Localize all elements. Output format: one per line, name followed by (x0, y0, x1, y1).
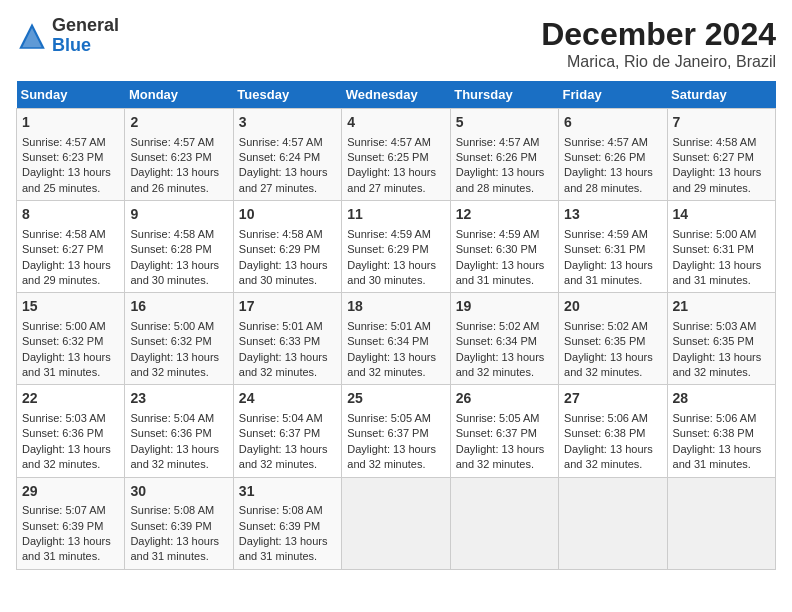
day-number: 6 (564, 113, 661, 133)
day-info-line: and 27 minutes. (347, 181, 444, 196)
day-info-line: Daylight: 13 hours (130, 258, 227, 273)
day-info-line: Sunset: 6:32 PM (22, 334, 119, 349)
calendar-day-cell: 22Sunrise: 5:03 AMSunset: 6:36 PMDayligh… (17, 385, 125, 477)
day-info-line: Sunset: 6:34 PM (456, 334, 553, 349)
day-number: 11 (347, 205, 444, 225)
day-info-line: Sunset: 6:37 PM (347, 426, 444, 441)
day-info-line: Daylight: 13 hours (130, 165, 227, 180)
day-info-line: and 32 minutes. (130, 457, 227, 472)
day-info-line: and 31 minutes. (673, 457, 770, 472)
day-info-line: Sunset: 6:32 PM (130, 334, 227, 349)
logo-icon (16, 20, 48, 52)
day-number: 10 (239, 205, 336, 225)
day-info-line: Daylight: 13 hours (673, 350, 770, 365)
day-info-line: Sunrise: 5:00 AM (673, 227, 770, 242)
day-number: 26 (456, 389, 553, 409)
day-info-line: Daylight: 13 hours (564, 165, 661, 180)
day-of-week-header: Saturday (667, 81, 775, 109)
calendar-day-cell: 27Sunrise: 5:06 AMSunset: 6:38 PMDayligh… (559, 385, 667, 477)
day-info-line: Daylight: 13 hours (347, 258, 444, 273)
day-info-line: and 32 minutes. (347, 365, 444, 380)
day-info-line: Sunset: 6:39 PM (130, 519, 227, 534)
day-info-line: Sunrise: 5:06 AM (564, 411, 661, 426)
calendar-day-cell: 18Sunrise: 5:01 AMSunset: 6:34 PMDayligh… (342, 293, 450, 385)
day-number: 21 (673, 297, 770, 317)
calendar-day-cell: 24Sunrise: 5:04 AMSunset: 6:37 PMDayligh… (233, 385, 341, 477)
day-info-line: and 31 minutes. (22, 549, 119, 564)
day-info-line: Daylight: 13 hours (22, 350, 119, 365)
calendar-day-cell: 6Sunrise: 4:57 AMSunset: 6:26 PMDaylight… (559, 109, 667, 201)
day-info-line: Sunset: 6:39 PM (239, 519, 336, 534)
day-info-line: Sunrise: 4:57 AM (564, 135, 661, 150)
day-info-line: Daylight: 13 hours (22, 534, 119, 549)
calendar-day-cell: 12Sunrise: 4:59 AMSunset: 6:30 PMDayligh… (450, 201, 558, 293)
calendar-table: SundayMondayTuesdayWednesdayThursdayFrid… (16, 81, 776, 570)
day-info-line: Daylight: 13 hours (347, 165, 444, 180)
day-info-line: Sunset: 6:26 PM (456, 150, 553, 165)
day-info-line: Daylight: 13 hours (456, 258, 553, 273)
day-info-line: Daylight: 13 hours (239, 258, 336, 273)
day-info-line: and 31 minutes. (673, 273, 770, 288)
day-number: 24 (239, 389, 336, 409)
calendar-day-cell (667, 477, 775, 569)
day-number: 1 (22, 113, 119, 133)
day-number: 20 (564, 297, 661, 317)
day-info-line: Daylight: 13 hours (456, 442, 553, 457)
day-info-line: and 32 minutes. (673, 365, 770, 380)
day-number: 31 (239, 482, 336, 502)
day-info-line: and 32 minutes. (564, 365, 661, 380)
day-info-line: Sunset: 6:37 PM (456, 426, 553, 441)
day-info-line: Sunrise: 4:58 AM (673, 135, 770, 150)
calendar-day-cell: 10Sunrise: 4:58 AMSunset: 6:29 PMDayligh… (233, 201, 341, 293)
day-number: 25 (347, 389, 444, 409)
day-info-line: Sunrise: 5:01 AM (239, 319, 336, 334)
day-info-line: Sunset: 6:38 PM (564, 426, 661, 441)
calendar-week-row: 1Sunrise: 4:57 AMSunset: 6:23 PMDaylight… (17, 109, 776, 201)
day-info-line: and 32 minutes. (456, 457, 553, 472)
day-number: 3 (239, 113, 336, 133)
day-info-line: and 32 minutes. (22, 457, 119, 472)
calendar-day-cell: 13Sunrise: 4:59 AMSunset: 6:31 PMDayligh… (559, 201, 667, 293)
day-info-line: Daylight: 13 hours (239, 350, 336, 365)
calendar-day-cell: 7Sunrise: 4:58 AMSunset: 6:27 PMDaylight… (667, 109, 775, 201)
day-info-line: Sunset: 6:33 PM (239, 334, 336, 349)
day-info-line: Sunrise: 5:06 AM (673, 411, 770, 426)
day-info-line: Sunset: 6:30 PM (456, 242, 553, 257)
day-info-line: and 32 minutes. (239, 457, 336, 472)
day-info-line: Daylight: 13 hours (456, 165, 553, 180)
day-info-line: and 28 minutes. (456, 181, 553, 196)
calendar-week-row: 29Sunrise: 5:07 AMSunset: 6:39 PMDayligh… (17, 477, 776, 569)
day-info-line: Daylight: 13 hours (239, 442, 336, 457)
calendar-day-cell: 16Sunrise: 5:00 AMSunset: 6:32 PMDayligh… (125, 293, 233, 385)
day-info-line: Sunset: 6:26 PM (564, 150, 661, 165)
day-info-line: Sunset: 6:35 PM (673, 334, 770, 349)
day-info-line: Sunset: 6:28 PM (130, 242, 227, 257)
day-info-line: Daylight: 13 hours (673, 165, 770, 180)
day-info-line: Daylight: 13 hours (347, 442, 444, 457)
calendar-day-cell (342, 477, 450, 569)
day-info-line: Sunrise: 5:03 AM (22, 411, 119, 426)
calendar-day-cell: 15Sunrise: 5:00 AMSunset: 6:32 PMDayligh… (17, 293, 125, 385)
day-info-line: and 30 minutes. (130, 273, 227, 288)
calendar-body: 1Sunrise: 4:57 AMSunset: 6:23 PMDaylight… (17, 109, 776, 570)
day-number: 19 (456, 297, 553, 317)
day-number: 28 (673, 389, 770, 409)
day-number: 17 (239, 297, 336, 317)
day-info-line: and 28 minutes. (564, 181, 661, 196)
day-number: 22 (22, 389, 119, 409)
day-number: 27 (564, 389, 661, 409)
calendar-day-cell: 14Sunrise: 5:00 AMSunset: 6:31 PMDayligh… (667, 201, 775, 293)
day-info-line: Daylight: 13 hours (130, 350, 227, 365)
day-info-line: Sunset: 6:31 PM (564, 242, 661, 257)
day-info-line: Sunrise: 5:03 AM (673, 319, 770, 334)
day-number: 13 (564, 205, 661, 225)
day-info-line: Sunset: 6:29 PM (347, 242, 444, 257)
day-info-line: Sunrise: 4:59 AM (564, 227, 661, 242)
day-info-line: Sunset: 6:24 PM (239, 150, 336, 165)
day-number: 12 (456, 205, 553, 225)
day-info-line: Sunrise: 4:57 AM (456, 135, 553, 150)
day-info-line: and 29 minutes. (673, 181, 770, 196)
day-info-line: Daylight: 13 hours (130, 442, 227, 457)
day-info-line: Sunrise: 5:00 AM (22, 319, 119, 334)
calendar-day-cell: 4Sunrise: 4:57 AMSunset: 6:25 PMDaylight… (342, 109, 450, 201)
